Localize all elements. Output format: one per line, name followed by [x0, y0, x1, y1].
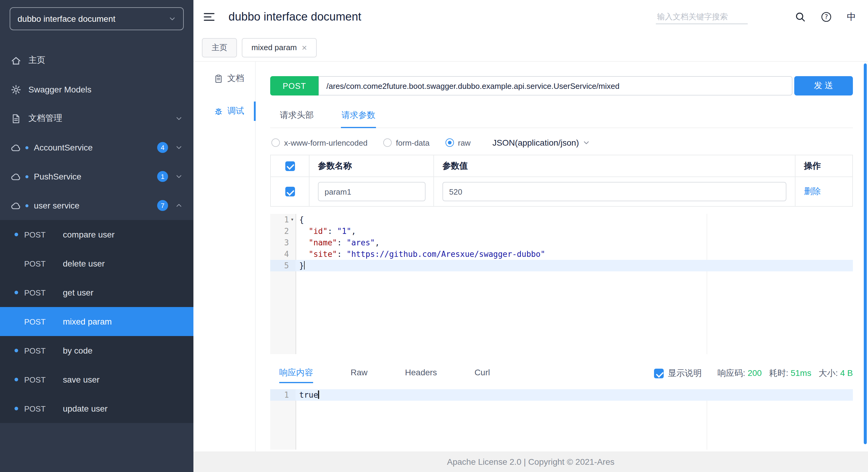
search-input[interactable] — [656, 10, 748, 24]
body-type-urlencoded[interactable]: x-www-form-urlencoded — [271, 138, 368, 147]
response-tab-headers[interactable]: Headers — [405, 364, 437, 383]
operation-item-delete-user[interactable]: POSTdelete user — [0, 249, 193, 278]
count-badge: 4 — [157, 142, 168, 153]
row-check-cell — [271, 177, 309, 206]
operation-item-by-code[interactable]: POSTby code — [0, 336, 193, 365]
code-line: } — [296, 260, 853, 271]
line-number: 2 — [270, 225, 296, 237]
request-tab-headers[interactable]: 请求头部 — [279, 104, 314, 128]
code-token: : — [337, 250, 346, 259]
service-status-dot — [25, 146, 28, 149]
tab-mixed-param[interactable]: mixed param× — [242, 38, 317, 57]
editor-line: 1true — [270, 389, 853, 401]
param-value-cell — [434, 177, 796, 206]
body-type-raw[interactable]: raw — [445, 138, 471, 147]
subnav-doc[interactable]: 文档 — [193, 64, 255, 93]
method-button[interactable]: POST — [270, 76, 318, 95]
sidebar-item-doc-management[interactable]: 文档管理 — [0, 104, 193, 133]
subnav: 文档调试 — [193, 62, 256, 451]
response-time: 耗时: 51ms — [769, 368, 811, 379]
operation-item-update-user[interactable]: POSTupdate user — [0, 394, 193, 423]
operation-method: POST — [24, 288, 58, 297]
operation-dot — [14, 291, 18, 294]
operation-item-compare-user[interactable]: POSTcompare user — [0, 220, 193, 249]
body-type-form-data[interactable]: form-data — [383, 138, 430, 147]
row-checkbox[interactable] — [285, 187, 295, 196]
close-icon[interactable]: × — [302, 43, 307, 52]
sidebar-item-user-service[interactable]: user service7 — [0, 191, 193, 220]
text-cursor — [318, 390, 319, 399]
delete-link[interactable]: 删除 — [804, 186, 821, 197]
menu-fold-icon[interactable] — [203, 11, 215, 22]
subnav-debug[interactable]: 调试 — [193, 97, 255, 126]
project-select[interactable]: dubbo interface document — [10, 7, 184, 30]
radio-form-data[interactable] — [383, 138, 392, 147]
sidebar-item-label: user service — [34, 201, 157, 210]
tab-bar: 主页mixed param× — [193, 34, 868, 62]
search-icon[interactable] — [795, 11, 806, 22]
response-tabs: 响应内容RawHeadersCurl — [270, 364, 490, 383]
operation-item-get-user[interactable]: POSTget user — [0, 278, 193, 307]
operation-label: delete user — [63, 259, 105, 268]
operation-item-save-user[interactable]: POSTsave user — [0, 365, 193, 394]
debug-icon — [214, 107, 223, 116]
sidebar-item-home[interactable]: 主页 — [0, 46, 193, 75]
radio-raw[interactable] — [445, 138, 454, 147]
sidebar-item-push-service[interactable]: PushService1 — [0, 162, 193, 191]
language-toggle[interactable]: 中 — [847, 11, 856, 23]
request-tab-params[interactable]: 请求参数 — [341, 104, 376, 128]
code-token: , — [351, 227, 356, 236]
show-description-checkbox[interactable] — [654, 369, 664, 378]
operation-label: by code — [63, 346, 92, 355]
vertical-scrollbar[interactable] — [864, 63, 867, 444]
response-toolbar: 响应内容RawHeadersCurl 显示说明响应码: 200耗时: 51ms大… — [270, 364, 853, 383]
line-number: 3 — [270, 237, 296, 248]
code-line: "site": "https://github.com/Aresxue/swag… — [296, 248, 853, 260]
content: POST 发 送 请求头部请求参数 x-www-form-urlencodedf… — [256, 62, 868, 451]
line-number: 4 — [270, 248, 296, 260]
operation-item-mixed-param[interactable]: POSTmixed param — [0, 307, 193, 336]
sidebar-item-account-service[interactable]: AccountService4 — [0, 133, 193, 162]
radio-urlencoded[interactable] — [271, 138, 280, 147]
response-tab-raw[interactable]: Raw — [350, 364, 368, 383]
editor-line: 5} — [270, 260, 853, 271]
select-all-checkbox[interactable] — [285, 161, 295, 171]
param-value-input[interactable] — [442, 182, 786, 201]
operation-label: update user — [63, 404, 107, 413]
param-name-cell — [309, 177, 434, 206]
cloud-icon — [11, 142, 21, 153]
project-select-value: dubbo interface document — [18, 14, 116, 24]
response-tab-curl[interactable]: Curl — [474, 364, 490, 383]
operation-method: POST — [24, 317, 58, 326]
sidebar-item-swagger-models[interactable]: Swagger Models — [0, 75, 193, 104]
line-number: 5 — [270, 260, 296, 271]
meta-value: 200 — [748, 368, 762, 378]
show-description-toggle[interactable]: 显示说明 — [654, 368, 702, 379]
tab-home[interactable]: 主页 — [202, 38, 237, 57]
code-token: true — [299, 390, 318, 400]
response-meta: 显示说明响应码: 200耗时: 51ms大小: 4 B — [654, 368, 853, 379]
raw-content-type-select[interactable]: JSON(application/json) — [492, 138, 590, 148]
operation-dot — [14, 378, 18, 381]
operation-label: mixed param — [63, 317, 112, 326]
operation-label: save user — [63, 375, 99, 384]
sidebar: dubbo interface document 主页Swagger Model… — [0, 0, 193, 472]
param-name-input[interactable] — [318, 182, 426, 201]
line-number-text: 3 — [284, 238, 289, 247]
send-button[interactable]: 发 送 — [794, 76, 853, 95]
tab-label: 主页 — [212, 42, 227, 53]
response-tab-content[interactable]: 响应内容 — [279, 364, 313, 383]
footer: Apache License 2.0 | Copyright © 2021-Ar… — [193, 451, 868, 472]
help-icon[interactable]: ? — [821, 11, 832, 22]
home-icon — [11, 55, 21, 66]
fold-caret-icon[interactable]: ▾ — [289, 214, 296, 225]
page-title: dubbo interface document — [228, 10, 361, 24]
body-type-label: raw — [458, 138, 471, 147]
response-editor[interactable]: 1true — [270, 389, 853, 450]
url-input[interactable] — [318, 76, 793, 95]
request-body-editor[interactable]: 1▾{2 "id": "1",3 "name": "ares",4 "site"… — [270, 214, 853, 354]
header: dubbo interface document ? 中 — [193, 0, 868, 34]
line-number-text: 1 — [284, 390, 289, 400]
code-token: } — [299, 261, 304, 270]
body: 文档调试 POST 发 送 请求头部请求参数 x-www-form-urlenc… — [193, 62, 868, 451]
